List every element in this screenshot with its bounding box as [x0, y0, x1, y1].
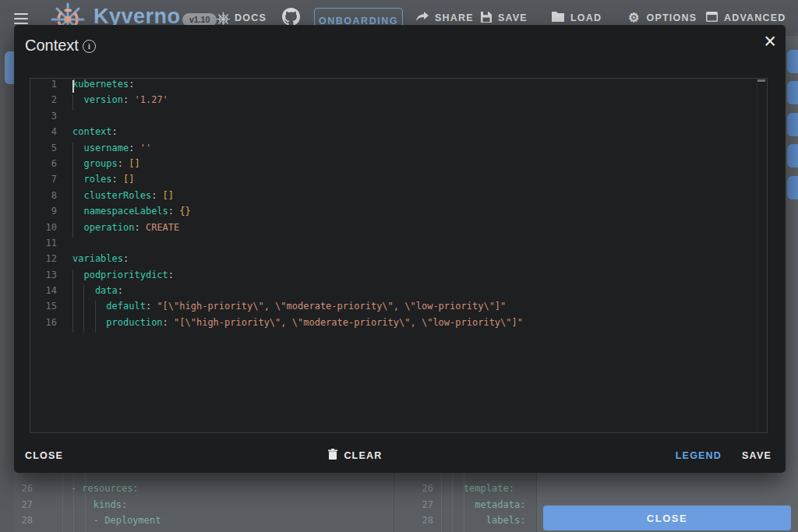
editor-line[interactable]: 4context: [30, 126, 767, 142]
editor-lines: 1kubernetes:2 version: '1.27'34context:5… [30, 79, 767, 333]
editor-line[interactable]: 3 [30, 111, 767, 126]
kyverno-playground-screen: { "topbar": { "brand": "Kyverno", "versi… [0, 0, 798, 532]
panel-icon [706, 12, 718, 24]
line-number: 5 [30, 143, 72, 158]
editor-line[interactable]: 8 clusterRoles: [] [30, 190, 767, 206]
line-code[interactable]: namespaceLabels: {} [72, 206, 767, 221]
line-number: 7 [30, 174, 72, 189]
line-number: 8 [30, 190, 72, 206]
share-label: SHARE [435, 12, 474, 23]
hidden-right-button-fragment [787, 81, 798, 104]
load-label: LOAD [570, 12, 602, 23]
line-code[interactable]: variables: [72, 253, 767, 269]
background-policy-editor-panel: 262728 - resources: kinds: - Deployment [14, 473, 394, 532]
dialog-save-label: SAVE [742, 450, 772, 461]
line-code[interactable]: roles: [] [72, 174, 767, 189]
dialog-save-button[interactable]: SAVE [742, 450, 772, 461]
line-number: 13 [30, 270, 72, 285]
editor-line[interactable]: 16 production: "[\"high-priority\", \"mo… [30, 317, 767, 333]
line-number: 6 [30, 158, 72, 174]
options-label: OPTIONS [647, 12, 697, 23]
line-code[interactable]: default: "[\"high-priority\", \"moderate… [72, 301, 767, 316]
line-number: 1 [30, 79, 72, 94]
line-number: 4 [30, 126, 72, 142]
trash-icon [328, 449, 337, 462]
line-number: 2 [30, 94, 72, 110]
info-icon[interactable]: i [83, 40, 96, 53]
context-yaml-editor[interactable]: 1kubernetes:2 version: '1.27'34context:5… [30, 78, 768, 433]
editor-line[interactable]: 12variables: [30, 253, 767, 269]
dialog-title: Context [25, 37, 79, 55]
editor-line[interactable]: 13 podprioritydict: [30, 270, 767, 285]
clear-label: CLEAR [344, 450, 382, 461]
share-icon [416, 12, 429, 24]
background-resource-editor-panel: 262728 template: metadata: labels: [394, 473, 537, 532]
line-code[interactable]: username: '' [72, 143, 767, 158]
background-line-numbers: 262728 [394, 481, 433, 529]
docs-label: DOCS [235, 12, 267, 23]
close-icon[interactable]: × [764, 31, 776, 52]
hidden-right-button-fragment [787, 176, 798, 199]
background-line-numbers: 262728 [14, 481, 33, 529]
context-dialog: Context i × 1kubernetes:2 version: '1.27… [14, 25, 786, 473]
background-close-button[interactable]: CLOSE [543, 506, 791, 530]
editor-line[interactable]: 7 roles: [] [30, 174, 767, 189]
line-number: 15 [30, 301, 72, 316]
editor-line[interactable]: 2 version: '1.27' [30, 94, 767, 110]
line-code[interactable] [72, 238, 767, 253]
line-number: 11 [30, 238, 72, 253]
clear-button[interactable]: CLEAR [328, 449, 382, 462]
background-close-label: CLOSE [647, 513, 687, 524]
line-code[interactable]: kubernetes: [72, 79, 767, 94]
hidden-left-tab-fragment [5, 51, 14, 84]
line-number: 10 [30, 222, 72, 238]
line-code[interactable]: podprioritydict: [72, 270, 767, 285]
line-code[interactable]: context: [72, 126, 767, 142]
line-code[interactable]: data: [72, 285, 767, 301]
background-policy-code: - resources: kinds: - Deployment [48, 481, 161, 529]
legend-button[interactable]: LEGEND [676, 450, 722, 461]
line-code[interactable] [72, 111, 767, 126]
scrollbar-track[interactable] [757, 79, 757, 432]
editor-line[interactable]: 10 operation: CREATE [30, 222, 767, 238]
dialog-close-button[interactable]: CLOSE [25, 450, 63, 461]
line-code[interactable]: clusterRoles: [] [72, 190, 767, 206]
hidden-right-button-fragment [787, 144, 798, 167]
editor-line[interactable]: 6 groups: [] [30, 158, 767, 174]
line-number: 9 [30, 206, 72, 221]
editor-line[interactable]: 9 namespaceLabels: {} [30, 206, 767, 221]
advanced-label: ADVANCED [724, 12, 786, 23]
menu-hamburger-icon[interactable] [14, 13, 28, 24]
dialog-close-label: CLOSE [25, 450, 63, 461]
editor-line[interactable]: 11 [30, 238, 767, 253]
dialog-footer: CLOSE CLEAR LEGEND SAVE [14, 433, 786, 473]
gear-icon: ⚙ [628, 12, 641, 24]
line-number: 3 [30, 111, 72, 126]
editor-line[interactable]: 1kubernetes: [30, 79, 767, 94]
text-cursor [72, 80, 74, 93]
left-sidebar-strip [0, 36, 14, 532]
overview-ruler-cursor-marker [757, 79, 765, 82]
floppy-icon [481, 12, 492, 25]
save-label: SAVE [498, 12, 528, 23]
editor-line[interactable]: 15 default: "[\"high-priority\", \"moder… [30, 301, 767, 316]
background-resource-code: template: metadata: labels: [441, 481, 525, 529]
line-code[interactable]: production: "[\"high-priority\", \"moder… [72, 317, 767, 333]
hidden-right-button-fragment [787, 50, 798, 73]
editor-line[interactable]: 5 username: '' [30, 143, 767, 158]
hidden-right-button-fragment [787, 113, 798, 136]
line-code[interactable]: operation: CREATE [72, 222, 767, 238]
line-number: 14 [30, 285, 72, 301]
line-code[interactable]: groups: [] [72, 158, 767, 174]
editor-line[interactable]: 14 data: [30, 285, 767, 301]
folder-icon [552, 12, 564, 24]
line-number: 16 [30, 317, 72, 333]
line-code[interactable]: version: '1.27' [72, 94, 767, 110]
legend-label: LEGEND [676, 450, 722, 461]
line-number: 12 [30, 253, 72, 269]
